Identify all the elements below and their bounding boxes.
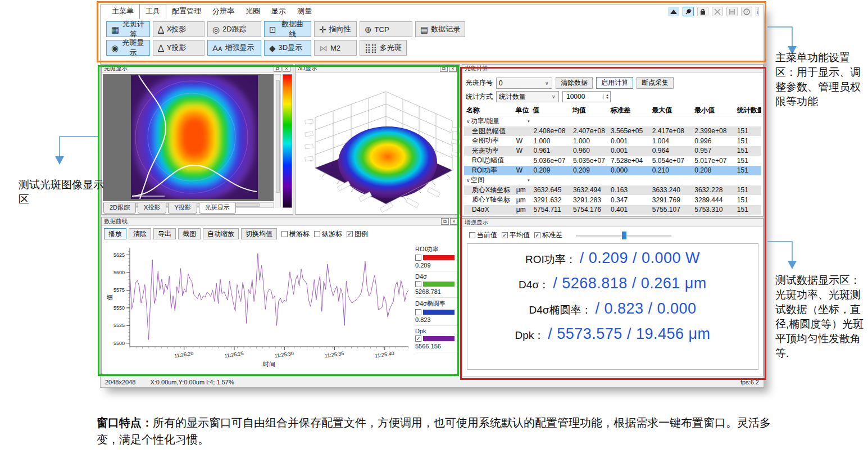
menu-item[interactable]: 配置管理 [166, 4, 207, 19]
table-group-row[interactable]: ∨功率/能量▼ [464, 116, 761, 126]
caption-text: 所有的显示窗口可自由组合并保存配置文件，方便调用，也可使用系统默认的配置管理功能… [97, 416, 771, 446]
column-header[interactable]: 名称 [464, 106, 513, 115]
table-row[interactable]: ROI总幅值5.036e+075.035e+077.528e+045.054e+… [464, 156, 761, 166]
beam-tab[interactable]: Y投影 [168, 203, 197, 214]
table-cell: 0.208 [692, 166, 734, 174]
clear-data-button[interactable]: 清除数据 [556, 77, 593, 89]
float-icon[interactable]: ⧉ [441, 218, 449, 225]
column-header[interactable]: 值 [530, 106, 570, 115]
column-header[interactable]: 标准差 [608, 106, 649, 115]
stat-count-spinner[interactable]: 10000▲▼ [562, 91, 611, 102]
menu-item[interactable]: 光圈 [240, 4, 266, 19]
toolbar-button[interactable]: ⣿⣿ 多光斑 [360, 40, 407, 56]
toolbar-button[interactable]: ⋀ Y投影 [153, 40, 204, 56]
cut-icon[interactable] [712, 7, 723, 16]
save-icon[interactable] [726, 7, 738, 16]
toolbar-button[interactable]: Aᴀ 增强显示 [207, 40, 261, 56]
legend-item[interactable]: ROI功率 0.209 [415, 243, 458, 271]
table-cell: 5755.107 [650, 206, 692, 214]
beam-index-select[interactable]: 0∨ [496, 78, 552, 89]
beam-viewport[interactable] [103, 74, 274, 201]
close-icon[interactable]: × [283, 65, 290, 72]
toolbar-button[interactable]: ✛ 指向性 [314, 21, 357, 37]
menu-item[interactable]: 工具 [139, 4, 166, 19]
menu-item[interactable]: 主菜单 [106, 4, 139, 19]
table-cell: 3632.228 [692, 186, 734, 194]
legend-item[interactable]: D4σ椭圆率 0.823 [415, 298, 458, 326]
enhanced-checkbox[interactable]: 标准差 [534, 230, 562, 240]
toolbar-button[interactable]: ▦ 光斑计算 [106, 21, 150, 37]
legend-checkbox-icon[interactable] [415, 309, 421, 315]
toolbar-button[interactable]: ◆ 3D显示 [264, 40, 311, 56]
enable-calc-button[interactable]: 启用计算 [596, 77, 633, 89]
curve-checkbox[interactable]: 纵游标 [314, 229, 342, 239]
toolbar-button[interactable]: ▤ 数据记录 [415, 21, 465, 37]
enhanced-checkbox[interactable]: 当前值 [469, 230, 497, 240]
pin-icon[interactable] [683, 7, 694, 16]
info-icon[interactable]: i [756, 7, 759, 16]
toolbar-button-label: 指向性 [329, 24, 351, 34]
vertical-scrollbar[interactable] [275, 74, 281, 207]
curve-toolbar-button[interactable]: 自动缩放 [203, 228, 239, 239]
table-group-row[interactable]: ∨空间▼ [464, 175, 761, 185]
float-icon[interactable]: ⧉ [440, 65, 448, 72]
toolbar-button[interactable]: ⋈ M2 [314, 40, 357, 56]
legend-checkbox-icon[interactable] [415, 281, 421, 287]
font-size-slider[interactable] [576, 232, 671, 239]
column-header[interactable]: 最大值 [649, 106, 692, 115]
app-window: 主菜单 工具 配置管理 分辨率 光圈 显示 测量 ? i [100, 4, 764, 388]
column-header[interactable]: 均值 [570, 106, 608, 115]
breakpoint-capture-button[interactable]: 断点采集 [637, 77, 674, 89]
table-row[interactable]: ROI功率W0.2090.2090.0000.2100.208151 [464, 166, 761, 176]
curve-toolbar-button[interactable]: 导出 [153, 228, 176, 239]
enhanced-checkbox[interactable]: 平均值 [502, 230, 530, 240]
menu-item[interactable]: 显示 [266, 4, 292, 19]
enhanced-value-label: Dpk： [515, 328, 544, 343]
curve-checkbox[interactable]: 横游标 [281, 229, 310, 239]
caption: 窗口特点：所有的显示窗口可自由组合并保存配置文件，方便调用，也可使用系统默认的配… [97, 414, 785, 448]
curve-toolbar-button[interactable]: 切换均值 [241, 228, 277, 239]
curve-toolbar-button[interactable]: 清除 [129, 228, 151, 239]
legend-item[interactable]: D4σ 5268.781 [415, 271, 458, 298]
table-cell: 151 [735, 186, 761, 194]
beam-tab[interactable]: 光斑显示 [199, 203, 236, 214]
close-icon[interactable]: × [449, 65, 457, 72]
table-row[interactable]: 质心X轴坐标μm3632.6453632.4940.1633633.240363… [464, 185, 761, 196]
lock-icon[interactable] [697, 7, 708, 16]
float-icon[interactable]: ⧉ [274, 65, 281, 72]
toolbar-button[interactable]: ⋀ X投影 [153, 21, 204, 37]
toolbar-button[interactable]: ◉ 光斑显示 [106, 40, 150, 56]
column-header[interactable]: 最小值 [692, 106, 735, 115]
stat-mode-select[interactable]: 统计数量∨ [496, 91, 559, 102]
beam-tab[interactable]: X投影 [138, 203, 166, 214]
curve-checkbox[interactable]: 图例 [347, 229, 368, 239]
close-icon[interactable]: × [450, 218, 458, 225]
column-header[interactable]: 统计数量 [735, 106, 761, 115]
table-row[interactable]: 质心Y轴坐标μm3291.6323291.2830.3473291.769328… [464, 195, 761, 205]
trend-chart[interactable]: 55005525555055755600562511:25:2011:25:25… [105, 242, 413, 376]
column-header[interactable]: 单位 [513, 106, 530, 115]
toolbar-button[interactable]: ◎ 2D跟踪 [207, 21, 261, 37]
table-row[interactable]: D4σXμm5754.7115754.1760.4015755.1075753.… [464, 205, 761, 215]
table-cell: 2.408e+08 [531, 127, 570, 135]
curve-toolbar-button[interactable]: 播放 [104, 228, 126, 239]
legend-checkbox-icon[interactable] [415, 335, 421, 342]
toolbar-button-label: 光斑显示 [121, 38, 145, 58]
table-header-row[interactable]: 名称单位值均值标准差最大值最小值统计数量 [464, 105, 761, 116]
legend-item[interactable]: Dpk 5566.156 [415, 326, 458, 352]
legend-checkbox-icon[interactable] [415, 255, 421, 261]
toolbar-button[interactable]: ⊕ TCP [360, 21, 412, 37]
toolbar-button[interactable]: ⊡ 数据曲线 [264, 21, 311, 37]
stat-mode-label: 统计方式 [466, 92, 493, 102]
menu-item[interactable]: 测量 [292, 4, 317, 19]
threed-plot[interactable] [296, 74, 458, 214]
table-cell: W [514, 147, 531, 155]
table-row[interactable]: 光斑功率W0.9610.9600.0010.9640.957151 [464, 146, 761, 156]
collapse-icon[interactable] [668, 7, 679, 16]
table-row[interactable]: 全图功率W1.0001.0000.0011.0040.996151 [464, 136, 761, 146]
table-row[interactable]: 全图总幅值2.408e+082.407e+083.565e+052.417e+0… [464, 126, 761, 137]
curve-toolbar-button[interactable]: 截图 [178, 228, 201, 239]
legend-color-bar [423, 282, 455, 287]
menu-item[interactable]: 分辨率 [207, 4, 240, 19]
help-icon[interactable]: ? [741, 7, 752, 16]
